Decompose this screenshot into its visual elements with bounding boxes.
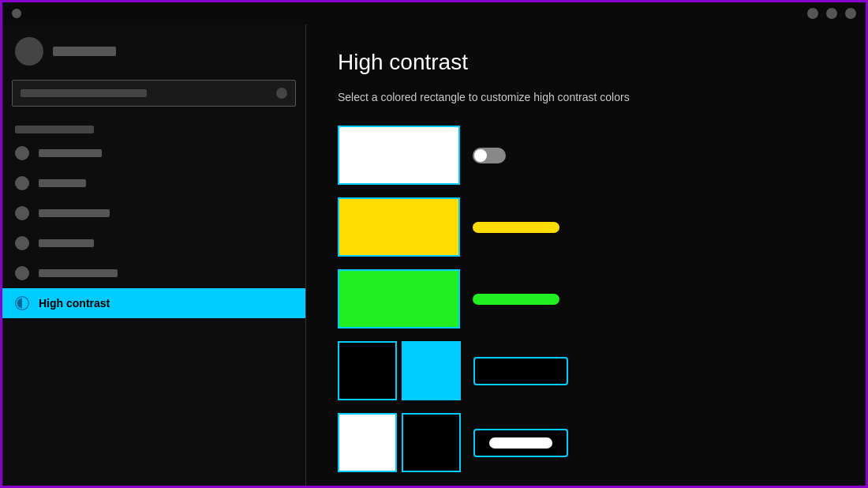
- right-panel: High contrast Select a colored rectangle…: [306, 24, 866, 486]
- green-label-bar: [473, 294, 559, 305]
- color-rect-green[interactable]: [338, 269, 460, 328]
- sidebar-header: [2, 24, 305, 75]
- small-pair-black-cyan: [338, 341, 461, 400]
- main-content: High contrast High contrast Select a col…: [2, 24, 866, 486]
- title-circle: [12, 9, 21, 18]
- search-icon: [276, 88, 287, 99]
- avatar: [15, 37, 43, 66]
- color-rows: [338, 126, 834, 472]
- title-bar-right: [807, 8, 856, 19]
- color-row-white-black: [338, 413, 834, 472]
- page-subtitle: Select a colored rectangle to customize …: [338, 91, 834, 103]
- sidebar-item-1-icon: [15, 146, 29, 160]
- sidebar-section-label: [15, 126, 94, 133]
- sidebar-search[interactable]: [12, 80, 296, 107]
- sidebar: High contrast: [2, 24, 306, 486]
- sidebar-item-high-contrast[interactable]: High contrast: [2, 288, 305, 318]
- sidebar-item-3-icon: [15, 206, 29, 220]
- color-rect-black2[interactable]: [402, 413, 461, 472]
- sidebar-item-3-label: [39, 209, 110, 217]
- sidebar-item-2[interactable]: [2, 168, 305, 198]
- sidebar-item-4-icon: [15, 236, 29, 250]
- outlined-button-empty[interactable]: [473, 357, 568, 385]
- sidebar-item-1[interactable]: [2, 138, 305, 168]
- color-row-green: [338, 269, 834, 328]
- color-rect-cyan[interactable]: [402, 341, 461, 400]
- sidebar-title: [53, 47, 116, 56]
- color-rect-black[interactable]: [338, 341, 397, 400]
- sidebar-item-2-icon: [15, 176, 29, 190]
- color-rect-yellow[interactable]: [338, 197, 460, 257]
- color-row-yellow: [338, 197, 834, 257]
- sidebar-item-3[interactable]: [2, 198, 305, 228]
- title-bar-left: [12, 9, 21, 18]
- btn-inner-bar: [489, 437, 552, 449]
- color-rect-white2[interactable]: [338, 413, 397, 472]
- color-row-black-cyan: [338, 341, 834, 400]
- search-bar-placeholder: [21, 89, 147, 97]
- close-button[interactable]: [845, 8, 856, 19]
- sidebar-nav: High contrast: [2, 118, 305, 486]
- sidebar-item-4[interactable]: [2, 228, 305, 258]
- yellow-label-bar: [473, 222, 559, 233]
- title-bar: [2, 2, 866, 24]
- sidebar-item-4-label: [39, 239, 94, 247]
- outlined-button-white[interactable]: [473, 429, 568, 457]
- color-row-white: [338, 126, 834, 185]
- toggle-switch[interactable]: [473, 148, 506, 163]
- sidebar-item-high-contrast-label: High contrast: [39, 297, 110, 310]
- maximize-button[interactable]: [826, 8, 837, 19]
- sidebar-item-5-label: [39, 269, 118, 277]
- page-title: High contrast: [338, 50, 834, 75]
- color-rect-white[interactable]: [338, 126, 460, 185]
- minimize-button[interactable]: [807, 8, 818, 19]
- sidebar-item-5-icon: [15, 266, 29, 280]
- sidebar-item-1-label: [39, 149, 102, 157]
- sidebar-item-high-contrast-icon: [15, 296, 29, 310]
- sidebar-item-2-label: [39, 179, 86, 187]
- sidebar-item-5[interactable]: [2, 258, 305, 288]
- toggle-knob: [474, 149, 487, 162]
- small-pair-white-black: [338, 413, 461, 472]
